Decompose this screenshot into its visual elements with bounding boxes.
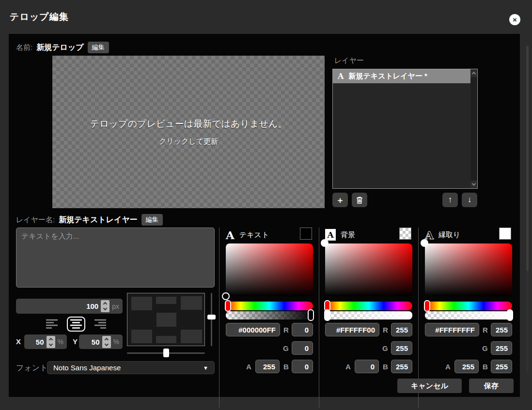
dropdown-caret-icon: ▼ [203,365,208,371]
layer-name-edit-button[interactable]: 編集 [141,214,163,226]
text-hue-handle[interactable] [225,300,231,312]
y-position-stepper[interactable] [102,336,111,348]
save-button[interactable]: 保存 [469,379,514,393]
text-hue-slider[interactable] [226,302,313,310]
font-size-field[interactable]: 100 px [16,299,123,314]
text-color-swatch[interactable] [300,228,312,240]
chevron-up-icon [472,72,476,76]
outline-hue-slider[interactable] [425,302,512,310]
align-right-button[interactable] [92,317,109,331]
text-saturation-area[interactable] [226,243,313,296]
x-position-field[interactable]: 50 % [24,334,67,349]
telop-preview[interactable]: テロップのプレビューは最新ではありません。 クリックして更新 [52,56,325,208]
background-saturation-area[interactable] [325,243,412,296]
outline-saturation-area[interactable] [425,243,512,296]
x-position-value: 50 [36,338,44,346]
y-position-value: 50 [92,338,100,346]
move-layer-down-button[interactable]: ↓ [462,193,477,207]
scroll-up-button[interactable] [470,69,477,77]
preset-top-left[interactable] [131,297,152,310]
a-label: A [246,363,251,371]
trash-icon [356,196,363,204]
position-preset-grid[interactable] [127,293,205,346]
background-alpha-slider[interactable] [325,311,412,319]
preset-middle-center[interactable] [156,313,176,327]
x-position-unit: % [58,338,63,346]
text-color-label: テキスト [239,230,269,240]
outline-g-field[interactable]: 255 [491,341,512,355]
scroll-down-button[interactable] [470,181,477,188]
y-position-field[interactable]: 50 % [79,334,123,349]
layer-name-value: 新規テキストレイヤー [59,215,138,225]
background-r-field[interactable]: 255 [391,323,412,336]
alpha-gradient [325,311,412,319]
text-g-field[interactable]: 0 [292,341,313,355]
outline-alpha-handle[interactable] [507,309,513,321]
close-button[interactable]: × [509,14,520,25]
outline-r-field[interactable]: 255 [491,323,512,336]
move-layer-up-button[interactable]: ↑ [442,193,458,207]
background-hex-field[interactable]: #FFFFFF00 [325,323,379,336]
add-layer-button[interactable]: ＋ [332,193,348,207]
outline-color-label: 縁取り [438,230,460,240]
telop-edit-dialog: { "dialog": { "title": "テロップ編集" }, "name… [0,0,532,410]
b-label: B [383,363,388,371]
layers-label: レイヤー [334,56,364,65]
background-alpha-handle[interactable] [324,309,330,321]
text-alpha-slider[interactable] [226,311,313,319]
font-select-value: Noto Sans Japanese [53,364,121,372]
dialog-body: 名前: 新規テロップ 編集 テロップのプレビューは最新ではありません。 クリック… [9,34,520,397]
y-position-slider-handle[interactable] [207,315,216,319]
a-label: A [345,363,351,371]
font-label: フォント [16,363,48,373]
preset-bottom-right[interactable] [181,330,202,343]
font-size-unit: px [112,303,119,310]
background-b-field[interactable]: 255 [391,360,412,373]
arrow-up-icon: ↑ [448,195,453,205]
preset-top-right[interactable] [181,296,202,310]
text-alpha-handle[interactable] [308,309,314,321]
preset-top-center[interactable] [156,297,176,304]
layer-list-item[interactable]: A 新規テキストレイヤー * [333,69,470,83]
font-size-stepper[interactable] [101,300,110,312]
outline-alpha-slider[interactable] [425,311,512,319]
preset-bottom-left[interactable] [131,330,152,343]
delete-layer-button[interactable] [352,193,367,207]
outline-hex-field[interactable]: #FFFFFFFF [425,323,479,336]
text-hex-field[interactable]: #000000FF [226,323,280,336]
outline-hue-handle[interactable] [424,300,430,312]
x-position-slider-handle[interactable] [163,349,169,357]
spinner-down-icon [48,342,52,346]
background-color-swatch[interactable] [399,228,411,240]
telop-name-edit-button[interactable]: 編集 [88,42,109,53]
outline-saturation-cursor[interactable] [421,239,428,247]
x-position-stepper[interactable] [47,336,55,348]
a-label: A [445,363,451,371]
dialog-scrollbar[interactable] [526,45,529,373]
text-saturation-cursor[interactable] [222,292,230,300]
font-select[interactable]: Noto Sans Japanese ▼ [47,361,215,374]
layer-text-input[interactable] [16,228,215,288]
preview-stale-message: テロップのプレビューは最新ではありません。 [90,118,287,130]
dialog-scrollbar-thumb[interactable] [526,46,529,271]
layer-list-scrollbar[interactable] [470,69,477,188]
outline-a-field[interactable]: 255 [454,360,479,373]
text-r-field[interactable]: 0 [292,323,313,336]
text-b-field[interactable]: 0 [292,360,313,373]
text-a-field[interactable]: 255 [255,360,280,373]
align-left-button[interactable] [44,317,60,331]
background-saturation-cursor[interactable] [321,239,329,247]
r-label: R [283,326,289,334]
y-position-slider[interactable] [211,293,212,346]
background-hue-slider[interactable] [325,302,412,310]
cancel-button[interactable]: キャンセル [397,379,462,393]
preset-bottom-center[interactable] [156,336,176,343]
alpha-gradient [226,311,313,319]
close-icon: × [513,15,517,24]
outline-color-swatch[interactable] [499,228,511,240]
background-a-field[interactable]: 0 [355,360,379,373]
outline-b-field[interactable]: 255 [491,360,512,373]
align-center-button[interactable] [67,317,85,332]
b-label: B [283,363,289,371]
background-g-field[interactable]: 255 [391,341,412,355]
